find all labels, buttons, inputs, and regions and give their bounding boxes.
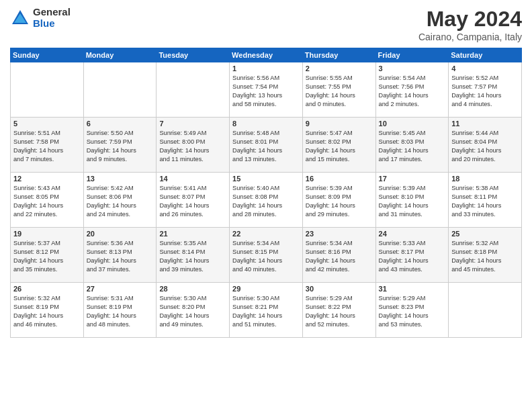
day-number: 27 (87, 285, 154, 293)
cell-content: Sunrise: 5:30 AM Sunset: 8:21 PM Dayligh… (232, 294, 300, 329)
cell-w3-d5: 16Sunrise: 5:39 AM Sunset: 8:09 PM Dayli… (302, 173, 375, 228)
day-number: 24 (379, 230, 446, 238)
day-number: 12 (13, 175, 81, 183)
cell-w1-d4: 1Sunrise: 5:56 AM Sunset: 7:54 PM Daylig… (230, 62, 303, 118)
location: Cairano, Campania, Italy (418, 32, 522, 42)
cell-w2-d3: 7Sunrise: 5:49 AM Sunset: 8:00 PM Daylig… (157, 118, 230, 173)
day-number: 6 (87, 120, 154, 128)
week-row-1: 1Sunrise: 5:56 AM Sunset: 7:54 PM Daylig… (11, 62, 522, 118)
cell-content: Sunrise: 5:45 AM Sunset: 8:03 PM Dayligh… (379, 129, 446, 164)
cell-content: Sunrise: 5:36 AM Sunset: 8:13 PM Dayligh… (87, 239, 154, 274)
cell-content: Sunrise: 5:54 AM Sunset: 7:56 PM Dayligh… (379, 74, 446, 109)
cell-w2-d4: 8Sunrise: 5:48 AM Sunset: 8:01 PM Daylig… (230, 118, 303, 173)
cell-content: Sunrise: 5:35 AM Sunset: 8:14 PM Dayligh… (159, 239, 226, 274)
day-number: 13 (87, 175, 154, 183)
day-number: 4 (451, 64, 519, 73)
day-number: 10 (379, 120, 446, 128)
cell-content: Sunrise: 5:48 AM Sunset: 8:01 PM Dayligh… (232, 129, 300, 164)
col-thursday: Thursday (302, 48, 375, 62)
cell-w5-d1: 26Sunrise: 5:32 AM Sunset: 8:19 PM Dayli… (11, 283, 84, 338)
cell-w2-d2: 6Sunrise: 5:50 AM Sunset: 7:59 PM Daylig… (83, 118, 157, 173)
cell-w2-d1: 5Sunrise: 5:51 AM Sunset: 7:58 PM Daylig… (11, 118, 84, 173)
week-row-3: 12Sunrise: 5:43 AM Sunset: 8:05 PM Dayli… (11, 173, 522, 228)
cell-content: Sunrise: 5:47 AM Sunset: 8:02 PM Dayligh… (306, 129, 373, 164)
cell-w1-d5: 2Sunrise: 5:55 AM Sunset: 7:55 PM Daylig… (302, 62, 375, 118)
cell-content: Sunrise: 5:44 AM Sunset: 8:04 PM Dayligh… (451, 129, 519, 164)
cell-content: Sunrise: 5:39 AM Sunset: 8:10 PM Dayligh… (379, 184, 446, 219)
cell-w5-d4: 29Sunrise: 5:30 AM Sunset: 8:21 PM Dayli… (230, 283, 303, 338)
cell-content: Sunrise: 5:55 AM Sunset: 7:55 PM Dayligh… (306, 74, 373, 109)
cell-w4-d7: 25Sunrise: 5:32 AM Sunset: 8:18 PM Dayli… (449, 228, 522, 283)
month-title: May 2024 (418, 7, 522, 32)
cell-w5-d3: 28Sunrise: 5:30 AM Sunset: 8:20 PM Dayli… (157, 283, 230, 338)
day-number: 16 (306, 175, 373, 183)
day-number: 8 (232, 120, 300, 128)
page: General Blue May 2024 Cairano, Campania,… (0, 0, 532, 411)
day-number: 2 (306, 64, 373, 73)
cell-content: Sunrise: 5:30 AM Sunset: 8:20 PM Dayligh… (159, 294, 226, 329)
cell-content: Sunrise: 5:41 AM Sunset: 8:07 PM Dayligh… (159, 184, 226, 219)
cell-w4-d1: 19Sunrise: 5:37 AM Sunset: 8:12 PM Dayli… (11, 228, 84, 283)
day-number: 30 (306, 285, 373, 293)
col-monday: Monday (83, 48, 157, 62)
cell-w4-d4: 22Sunrise: 5:34 AM Sunset: 8:15 PM Dayli… (230, 228, 303, 283)
logo-icon (10, 8, 30, 28)
day-number: 25 (451, 230, 519, 238)
logo: General Blue (10, 7, 71, 29)
day-number: 22 (232, 230, 300, 238)
cell-w1-d2 (83, 62, 157, 118)
cell-w3-d3: 14Sunrise: 5:41 AM Sunset: 8:07 PM Dayli… (157, 173, 230, 228)
cell-content: Sunrise: 5:40 AM Sunset: 8:08 PM Dayligh… (232, 184, 300, 219)
cell-w5-d7 (449, 283, 522, 338)
logo-general-text: General (33, 7, 71, 18)
cell-w5-d6: 31Sunrise: 5:29 AM Sunset: 8:23 PM Dayli… (375, 283, 449, 338)
cell-w1-d1 (11, 62, 84, 118)
cell-w5-d2: 27Sunrise: 5:31 AM Sunset: 8:19 PM Dayli… (83, 283, 157, 338)
day-number: 19 (13, 230, 81, 238)
cell-content: Sunrise: 5:38 AM Sunset: 8:11 PM Dayligh… (451, 184, 519, 219)
cell-w4-d2: 20Sunrise: 5:36 AM Sunset: 8:13 PM Dayli… (83, 228, 157, 283)
cell-w3-d2: 13Sunrise: 5:42 AM Sunset: 8:06 PM Dayli… (83, 173, 157, 228)
col-sunday: Sunday (11, 48, 84, 62)
day-number: 5 (13, 120, 81, 128)
day-number: 20 (87, 230, 154, 238)
cell-content: Sunrise: 5:33 AM Sunset: 8:17 PM Dayligh… (379, 239, 446, 274)
cell-w4-d5: 23Sunrise: 5:34 AM Sunset: 8:16 PM Dayli… (302, 228, 375, 283)
cell-content: Sunrise: 5:31 AM Sunset: 8:19 PM Dayligh… (87, 294, 154, 329)
col-wednesday: Wednesday (230, 48, 303, 62)
day-number: 3 (379, 64, 446, 73)
day-number: 26 (13, 285, 81, 293)
day-number: 7 (159, 120, 226, 128)
cell-w4-d6: 24Sunrise: 5:33 AM Sunset: 8:17 PM Dayli… (375, 228, 449, 283)
week-row-4: 19Sunrise: 5:37 AM Sunset: 8:12 PM Dayli… (11, 228, 522, 283)
day-number: 29 (232, 285, 300, 293)
cell-w3-d6: 17Sunrise: 5:39 AM Sunset: 8:10 PM Dayli… (375, 173, 449, 228)
week-row-5: 26Sunrise: 5:32 AM Sunset: 8:19 PM Dayli… (11, 283, 522, 338)
header: General Blue May 2024 Cairano, Campania,… (10, 7, 522, 42)
cell-content: Sunrise: 5:37 AM Sunset: 8:12 PM Dayligh… (13, 239, 81, 274)
cell-w3-d7: 18Sunrise: 5:38 AM Sunset: 8:11 PM Dayli… (449, 173, 522, 228)
day-number: 9 (306, 120, 373, 128)
cell-content: Sunrise: 5:52 AM Sunset: 7:57 PM Dayligh… (451, 74, 519, 109)
cell-content: Sunrise: 5:29 AM Sunset: 8:22 PM Dayligh… (306, 294, 373, 329)
day-number: 18 (451, 175, 519, 183)
logo-text: General Blue (33, 7, 71, 29)
cell-content: Sunrise: 5:29 AM Sunset: 8:23 PM Dayligh… (379, 294, 446, 329)
title-block: May 2024 Cairano, Campania, Italy (418, 7, 522, 42)
cell-content: Sunrise: 5:51 AM Sunset: 7:58 PM Dayligh… (13, 129, 81, 164)
cell-w1-d7: 4Sunrise: 5:52 AM Sunset: 7:57 PM Daylig… (449, 62, 522, 118)
cell-content: Sunrise: 5:43 AM Sunset: 8:05 PM Dayligh… (13, 184, 81, 219)
cell-w4-d3: 21Sunrise: 5:35 AM Sunset: 8:14 PM Dayli… (157, 228, 230, 283)
day-number: 21 (159, 230, 226, 238)
day-number: 11 (451, 120, 519, 128)
cell-content: Sunrise: 5:32 AM Sunset: 8:19 PM Dayligh… (13, 294, 81, 329)
day-number: 31 (379, 285, 446, 293)
cell-content: Sunrise: 5:39 AM Sunset: 8:09 PM Dayligh… (306, 184, 373, 219)
day-number: 17 (379, 175, 446, 183)
cell-w3-d4: 15Sunrise: 5:40 AM Sunset: 8:08 PM Dayli… (230, 173, 303, 228)
header-row: Sunday Monday Tuesday Wednesday Thursday… (11, 48, 522, 62)
cell-w5-d5: 30Sunrise: 5:29 AM Sunset: 8:22 PM Dayli… (302, 283, 375, 338)
day-number: 23 (306, 230, 373, 238)
day-number: 28 (159, 285, 226, 293)
day-number: 1 (232, 64, 300, 73)
